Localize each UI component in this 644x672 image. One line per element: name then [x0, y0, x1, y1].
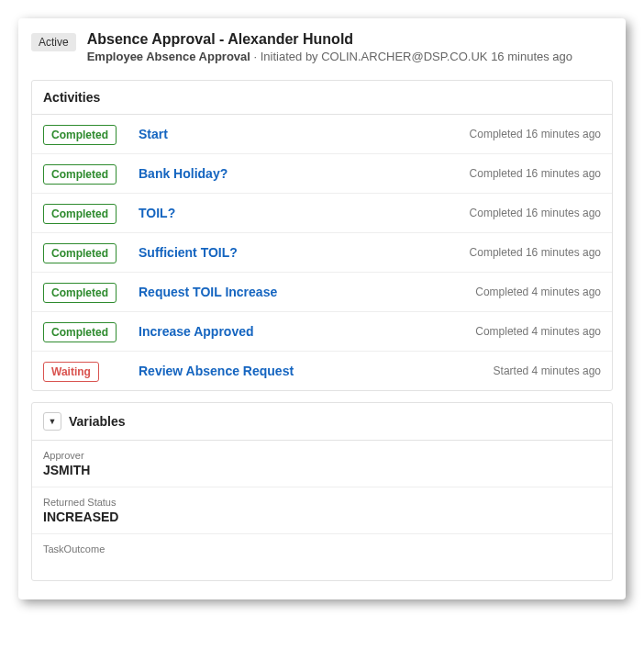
activity-link[interactable]: Bank Holiday?	[139, 166, 457, 181]
activity-link[interactable]: TOIL?	[139, 206, 457, 220]
activity-time: Completed 4 minutes ago	[475, 286, 601, 298]
activity-row: CompletedStartCompleted 16 minutes ago	[32, 115, 612, 154]
activity-time: Started 4 minutes ago	[494, 364, 601, 377]
instance-header-text: Absence Approval - Alexander Hunold Empl…	[87, 31, 613, 63]
activity-status-badge: Completed	[43, 243, 117, 263]
variable-row: TaskOutcome	[32, 534, 612, 580]
instance-header: Active Absence Approval - Alexander Huno…	[31, 31, 613, 80]
activity-row: CompletedIncrease ApprovedCompleted 4 mi…	[32, 312, 612, 352]
activity-status-badge: Completed	[43, 283, 117, 303]
activity-link[interactable]: Request TOIL Increase	[139, 285, 462, 299]
initiated-time: 16 minutes ago	[488, 50, 573, 63]
initiated-separator: · Initiated by	[250, 50, 321, 63]
workflow-name: Employee Absence Approval	[87, 50, 250, 63]
variable-label: Approver	[43, 450, 601, 461]
initiated-by: COLIN.ARCHER@DSP.CO.UK	[321, 50, 487, 63]
variable-label: Returned Status	[43, 497, 601, 508]
instance-status-badge: Active	[31, 33, 76, 51]
activity-status-badge: Completed	[43, 125, 117, 145]
activity-link[interactable]: Increase Approved	[139, 324, 462, 339]
variable-value: JSMITH	[43, 463, 601, 477]
activity-link[interactable]: Sufficient TOIL?	[139, 245, 457, 260]
activities-section: Activities CompletedStartCompleted 16 mi…	[31, 80, 613, 391]
activity-row: CompletedRequest TOIL IncreaseCompleted …	[32, 273, 612, 312]
activity-row: CompletedTOIL?Completed 16 minutes ago	[32, 194, 612, 233]
activity-row: CompletedSufficient TOIL?Completed 16 mi…	[32, 233, 612, 273]
activity-time: Completed 16 minutes ago	[470, 167, 601, 180]
activity-row: CompletedBank Holiday?Completed 16 minut…	[32, 154, 612, 194]
activities-header: Activities	[32, 81, 612, 115]
variable-label: TaskOutcome	[43, 543, 601, 554]
activity-time: Completed 16 minutes ago	[470, 128, 601, 140]
variables-list: ApproverJSMITHReturned StatusINCREASEDTa…	[32, 441, 612, 580]
workflow-instance-panel: Active Absence Approval - Alexander Huno…	[18, 18, 626, 599]
variables-header[interactable]: ▼ Variables	[32, 403, 612, 441]
variable-row: Returned StatusINCREASED	[32, 487, 612, 534]
activity-link[interactable]: Start	[139, 127, 457, 141]
variable-value: INCREASED	[43, 510, 601, 524]
activity-status-badge: Completed	[43, 164, 117, 185]
instance-subtitle: Employee Absence Approval · Initiated by…	[87, 50, 613, 63]
activity-time: Completed 16 minutes ago	[470, 207, 601, 219]
activity-row: WaitingReview Absence RequestStarted 4 m…	[32, 352, 612, 390]
chevron-down-icon[interactable]: ▼	[43, 412, 61, 431]
variable-value	[43, 556, 601, 571]
activity-status-badge: Completed	[43, 322, 117, 342]
instance-title: Absence Approval - Alexander Hunold	[87, 31, 613, 48]
activity-status-badge: Waiting	[43, 362, 99, 382]
activity-status-badge: Completed	[43, 204, 117, 224]
variables-section: ▼ Variables ApproverJSMITHReturned Statu…	[31, 402, 613, 581]
activities-list: CompletedStartCompleted 16 minutes agoCo…	[32, 115, 612, 390]
variable-row: ApproverJSMITH	[32, 441, 612, 487]
variables-title: Variables	[69, 414, 126, 429]
activity-time: Completed 4 minutes ago	[475, 325, 601, 338]
activity-link[interactable]: Review Absence Request	[139, 364, 481, 378]
activity-time: Completed 16 minutes ago	[470, 246, 601, 259]
